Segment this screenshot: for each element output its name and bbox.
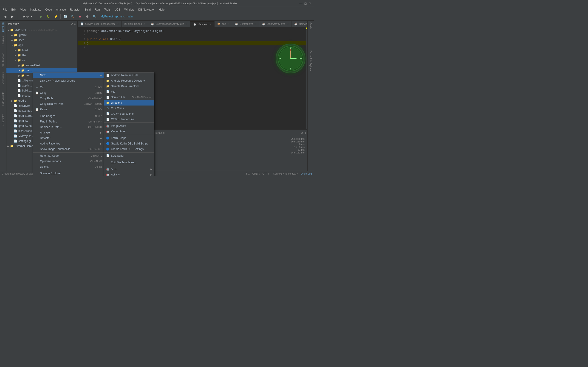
search-button[interactable]: 🔍 [91,13,98,20]
sidebar-item-captures[interactable]: Captures [1,35,5,47]
ctx-item-delete[interactable]: Delete... Delete [33,164,104,169]
ctx-item-find-in-path[interactable]: Find in Path... Ctrl+Shift+F [33,119,104,124]
menu-view[interactable]: View [18,8,28,12]
ctx-item-refactor[interactable]: Refactor ▶ [33,135,104,141]
ctx-item-optimize-imports[interactable]: Optimize Imports Ctrl+Alt+O [33,158,104,164]
status-encoding[interactable]: UTF-8: [262,172,270,175]
ctx-item-copy[interactable]: 📋Copy Ctrl+C [33,90,104,96]
tab-close-user[interactable]: ✕ [210,23,212,25]
tab-activity-user-message[interactable]: 📄 activity_user_message.xml ✕ [78,21,121,27]
ctx-item-new[interactable]: New ▶ [33,73,104,78]
tab-user-java[interactable]: ☕ User.java ✕ [190,21,215,27]
tab-close-app[interactable]: ✕ [227,23,229,25]
ctx-item-cut[interactable]: ✂Cut Ctrl+X [33,85,104,90]
menu-vcs[interactable]: VCS [113,8,122,12]
app-dropdown[interactable]: ▶ app ▾ [19,13,37,20]
tree-item-idea[interactable]: ▶📁.idea [6,38,78,43]
debug-button[interactable]: 🐛 [45,13,52,20]
sub-item-aidl[interactable]: 🤖AIDL ▶ [104,166,154,172]
breadcrumb-app[interactable]: app [115,15,119,18]
ctx-item-show-explorer[interactable]: Show in Explorer [33,171,104,176]
ctx-item-copy-path[interactable]: Copy Path Ctrl+Shift+C [33,96,104,101]
sub-item-sql-script[interactable]: 📄SQL Script [104,153,154,158]
tab-control-java[interactable]: ☕ Control.java ✕ [232,21,259,27]
sub-item-sample-data-dir[interactable]: 📁Sample Data Directory [104,83,154,89]
sub-item-image-asset[interactable]: 🤖Image Asset [104,123,154,129]
menu-run[interactable]: Run [93,8,102,12]
sub-item-edit-templates[interactable]: Edit File Templates... [104,160,154,165]
tab-usermessageactivity[interactable]: ☕ UserMessageActivity.java ✕ [148,21,190,27]
sub-item-file[interactable]: 📄File [104,89,154,94]
event-log-button[interactable]: Event Log [300,172,312,175]
tree-item-myproject[interactable]: ▼ 📁 MyProject C:\Document\Android\MyProj… [6,27,78,33]
tree-item-libs[interactable]: ▶📁libs [6,53,78,58]
menu-code[interactable]: Code [43,8,54,12]
tree-item-src[interactable]: ▼📁src [6,58,78,63]
tree-item-androidtest[interactable]: ▶📁androidTest [6,63,78,68]
menu-build[interactable]: Build [83,8,93,12]
tab-startactivity[interactable]: ☕ StartActivity.java ✕ [259,21,292,27]
tab-mainactivity[interactable]: ☕ MainActivity.java ✕ [292,21,307,27]
tab-close-control[interactable]: ✕ [254,23,256,25]
sidebar-item-db-browser[interactable]: 6: DB Browser [1,52,5,69]
tree-item-gradle[interactable]: ▶📁.gradle [6,33,78,38]
tab-close-startactivity[interactable]: ✕ [287,23,288,25]
sub-item-vector-asset[interactable]: 🤖Vector Asset [104,129,154,134]
menu-window[interactable]: Window [122,8,136,12]
tree-item-build[interactable]: ▶📁build [6,48,78,53]
sub-item-directory[interactable]: 📁Directory [104,100,154,106]
menu-help[interactable]: Help [157,8,166,12]
ctx-item-reformat[interactable]: Reformat Code Ctrl+Alt+L [33,153,104,158]
tab-close-signup[interactable]: ✕ [143,23,145,25]
menu-analyze[interactable]: Analyze [54,8,68,12]
sub-item-scratch-file[interactable]: 📄Scratch File Ctrl+Alt+Shift+Insert [104,94,154,100]
ctx-item-show-thumbnails[interactable]: Show Image Thumbnails Ctrl+Shift+T [33,146,104,152]
ctx-item-replace-in-path[interactable]: Replace in Path... Ctrl+Shift+R [33,124,104,130]
status-line-ending[interactable]: CRLF: [252,172,260,175]
bottom-settings-icon[interactable]: ⚙ [301,131,303,134]
profile-button[interactable]: ⚡ [52,13,59,20]
project-panel-settings[interactable]: ⚙ [70,22,73,25]
tab-sign-up[interactable]: 🖼 sign_up.png ✕ [121,21,148,27]
menu-file[interactable]: File [1,8,9,12]
sub-item-kotlin-script[interactable]: 🔵Kotlin Script [104,135,154,141]
tab-close-usermessage[interactable]: ✕ [186,23,187,25]
sync-button[interactable]: 🔄 [62,13,69,20]
sub-item-cpp-class[interactable]: SC++ Class [104,106,154,111]
stop-button[interactable]: ■ [77,13,83,20]
sub-item-gradle-kotlin-dsl-build[interactable]: 🔵Gradle Kotlin DSL Build Script [104,141,154,146]
sub-item-cpp-source[interactable]: 📄C/C++ Source File [104,111,154,117]
minimize-button[interactable]: — [299,2,303,5]
sub-item-gradle-kotlin-dsl-settings[interactable]: 🔵Gradle Kotlin DSL Settings [104,146,154,152]
status-position[interactable]: 5:1 [246,172,250,175]
tab-app[interactable]: 📦 app ✕ [215,21,232,27]
breadcrumb-main[interactable]: main [127,15,132,18]
menu-refactor[interactable]: Refactor [68,8,82,12]
ctx-item-add-favorites[interactable]: Add to Favorites ▶ [33,141,104,146]
sub-item-android-resource-file[interactable]: 📄Android Resource File [104,73,154,78]
tab-terminal[interactable]: Terminal [153,131,167,135]
sub-item-activity[interactable]: 🤖Activity ▶ [104,172,154,176]
run-button[interactable]: ▶ [38,13,44,20]
back-button[interactable]: ◀ [2,13,8,20]
tree-item-app[interactable]: ▼📁app [6,43,78,48]
close-button[interactable]: ✕ [308,2,312,5]
sidebar-item-favorites[interactable]: 4: Favorites [1,113,5,127]
tab-close-activity[interactable]: ✕ [117,23,119,25]
menu-navigate[interactable]: Navigate [28,8,43,12]
ctx-item-copy-relative-path[interactable]: Copy Relative Path Ctrl+Alt+Shift+C [33,101,104,107]
sub-item-android-resource-dir[interactable]: 📁Android Resource Directory [104,78,154,83]
ctx-item-paste[interactable]: 📋Paste Ctrl+V [33,107,104,112]
ctx-item-link-cpp[interactable]: Link C++ Project with Gradle [33,78,104,83]
maximize-button[interactable]: □ [304,2,307,5]
bottom-restore-icon[interactable]: ⬆ [304,131,306,134]
breadcrumb-src[interactable]: src [121,15,125,18]
menu-dbnavigator[interactable]: DB Navigator [137,8,156,12]
project-panel-gear[interactable]: ≡ [74,22,76,25]
ctx-item-analyze[interactable]: Analyze ▶ [33,130,104,135]
sidebar-item-device-file-explorer[interactable]: Device File Explorer [309,50,312,72]
build-button[interactable]: 🔨 [69,13,76,20]
sidebar-item-project[interactable]: 1: Project [1,22,5,33]
sidebar-item-build-variants[interactable]: Build Variants [1,91,5,107]
forward-button[interactable]: ▶ [9,13,16,20]
